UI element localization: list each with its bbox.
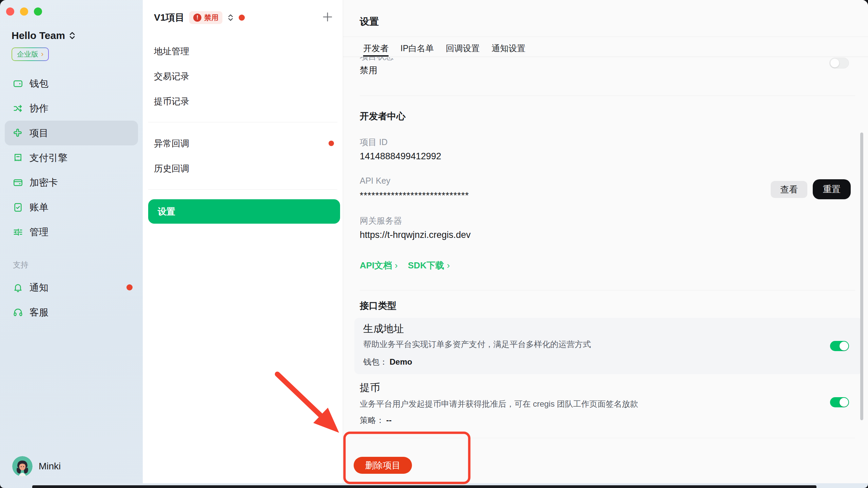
sidebar-item-management[interactable]: 管理 <box>0 220 143 244</box>
sliders-icon <box>13 227 23 237</box>
project-cross-icon <box>13 128 23 138</box>
developer-center-heading: 开发者中心 <box>360 110 406 122</box>
add-project-button[interactable] <box>321 11 334 23</box>
support-section-label: 支持 <box>13 260 28 270</box>
withdraw-toggle[interactable] <box>830 397 849 407</box>
policy-value: -- <box>386 415 392 425</box>
alert-circle-icon: ! <box>193 14 201 22</box>
page-title: 设置 <box>360 15 379 28</box>
project-id-value: 1414888499412992 <box>360 151 441 162</box>
project-panel: V1項目 ! 禁用 地址管理 交易记录 提币记录 <box>143 0 343 483</box>
divider <box>148 122 337 122</box>
status-badge: ! 禁用 <box>189 11 222 24</box>
sidebar-item-wallet[interactable]: 钱包 <box>0 71 143 96</box>
project-switcher-icon[interactable] <box>227 14 234 22</box>
wallet-icon <box>13 79 23 89</box>
reset-api-key-button[interactable]: 重置 <box>813 179 851 199</box>
project-header: V1項目 ! 禁用 <box>154 11 334 24</box>
divider <box>148 189 337 190</box>
menu-item-transaction-records[interactable]: 交易记录 <box>143 64 343 89</box>
card-meta: 钱包：Demo <box>363 357 412 367</box>
plan-badge-label: 企业版 <box>17 49 38 59</box>
app-window: Hello Team 企业版 › 钱包 <box>0 0 868 488</box>
bell-icon <box>13 283 23 293</box>
window-controls <box>6 7 42 16</box>
sidebar-item-payment-engine[interactable]: 支付引擎 <box>0 145 143 170</box>
team-name: Hello Team <box>12 30 65 41</box>
chevron-right-icon: › <box>395 260 398 271</box>
credit-card-icon <box>13 178 23 188</box>
delete-project-button[interactable]: 删除项目 <box>354 457 412 474</box>
scrollbar-thumb[interactable] <box>860 133 863 420</box>
divider <box>360 96 855 96</box>
sidebar-item-collaboration[interactable]: 协作 <box>0 96 143 121</box>
tab-ip-whitelist[interactable]: IP白名单 <box>400 40 434 57</box>
user-profile[interactable]: Minki <box>12 456 61 476</box>
menu-item-withdrawal-records[interactable]: 提币记录 <box>143 89 343 114</box>
project-menu: 地址管理 交易记录 提币记录 <box>143 39 343 114</box>
minimize-window-button[interactable] <box>20 7 28 16</box>
bill-document-icon <box>13 202 23 212</box>
project-title: V1項目 <box>154 11 184 24</box>
sidebar-item-customer-service[interactable]: 客服 <box>0 300 143 325</box>
withdraw-description: 业务平台用户发起提币申请并获得批准后，可在 cregis 团队工作页面签名放款 <box>360 399 638 409</box>
avatar <box>12 456 33 476</box>
sidebar-item-notifications[interactable]: 通知 <box>0 275 143 300</box>
divider <box>360 290 855 290</box>
sidebar-item-crypto-card[interactable]: 加密卡 <box>0 170 143 195</box>
view-api-key-button[interactable]: 查看 <box>771 181 807 198</box>
project-alert-dot <box>239 15 245 21</box>
menu-item-abnormal-callback[interactable]: 异常回调 <box>143 131 343 156</box>
sidebar: Hello Team 企业版 › 钱包 <box>0 0 143 488</box>
receipt-icon <box>13 153 23 163</box>
settings-tabs: 开发者 IP白名单 回调设置 通知设置 <box>363 40 526 57</box>
shuffle-icon <box>13 103 23 114</box>
project-id-label: 项目 ID <box>360 137 388 148</box>
support-nav: 通知 客服 <box>0 275 143 325</box>
status-badge-label: 禁用 <box>204 13 218 22</box>
interface-type-heading: 接口类型 <box>360 300 396 312</box>
api-key-masked-value: **************************** <box>360 190 469 201</box>
sidebar-item-bills[interactable]: 账单 <box>0 195 143 220</box>
generate-address-card: 生成地址 帮助业务平台实现订单多资产支付，满足平台多样化的运营方式 钱包：Dem… <box>354 318 863 374</box>
plus-icon <box>322 11 333 23</box>
api-key-label: API Key <box>360 176 390 186</box>
sidebar-item-project[interactable]: 项目 <box>5 121 138 145</box>
wallet-name: Demo <box>390 357 412 366</box>
tab-notification-settings[interactable]: 通知设置 <box>492 40 526 57</box>
withdraw-meta: 策略：-- <box>360 415 392 426</box>
card-title: 生成地址 <box>363 322 404 336</box>
gateway-label: 网关服务器 <box>360 215 402 226</box>
settings-header: 设置 开发者 IP白名单 回调设置 通知设置 <box>343 0 868 57</box>
callback-alert-dot <box>329 141 334 146</box>
sdk-download-link[interactable]: SDK下载 › <box>408 260 450 271</box>
card-description: 帮助业务平台实现订单多资产支付，满足平台多样化的运营方式 <box>363 339 591 350</box>
api-docs-link[interactable]: API文档 › <box>360 260 398 271</box>
up-down-chevron-icon <box>68 31 76 40</box>
settings-main: 项目状态 禁用 开发者中心 项目 ID 1414888499412992 API… <box>343 0 868 483</box>
zoom-window-button[interactable] <box>34 7 42 16</box>
project-status-toggle[interactable] <box>829 58 849 68</box>
team-switcher[interactable]: Hello Team <box>12 30 76 41</box>
desktop-dock-edge <box>32 485 816 488</box>
withdraw-title: 提币 <box>360 381 380 395</box>
generate-address-toggle[interactable] <box>830 341 849 351</box>
chevron-right-icon: › <box>447 260 450 271</box>
close-window-button[interactable] <box>6 7 14 16</box>
plan-badge[interactable]: 企业版 › <box>12 47 49 61</box>
headset-icon <box>13 307 23 318</box>
gateway-url: https://t-hrqwjnzi.cregis.dev <box>360 230 471 240</box>
divider <box>360 438 855 438</box>
divider <box>343 37 868 37</box>
callback-menu: 异常回调 历史回调 <box>143 131 343 181</box>
tab-developer[interactable]: 开发者 <box>363 40 389 57</box>
menu-item-settings-active[interactable]: 设置 <box>148 199 340 224</box>
notification-badge-dot <box>126 284 133 290</box>
settings-content: 项目状态 禁用 开发者中心 项目 ID 1414888499412992 API… <box>343 0 868 483</box>
menu-item-history-callback[interactable]: 历史回调 <box>143 156 343 181</box>
tab-callback-settings[interactable]: 回调设置 <box>446 40 480 57</box>
user-name: Minki <box>39 461 61 472</box>
developer-links: API文档 › SDK下载 › <box>360 260 450 271</box>
menu-item-address-management[interactable]: 地址管理 <box>143 39 343 64</box>
chevron-right-icon: › <box>41 50 43 58</box>
